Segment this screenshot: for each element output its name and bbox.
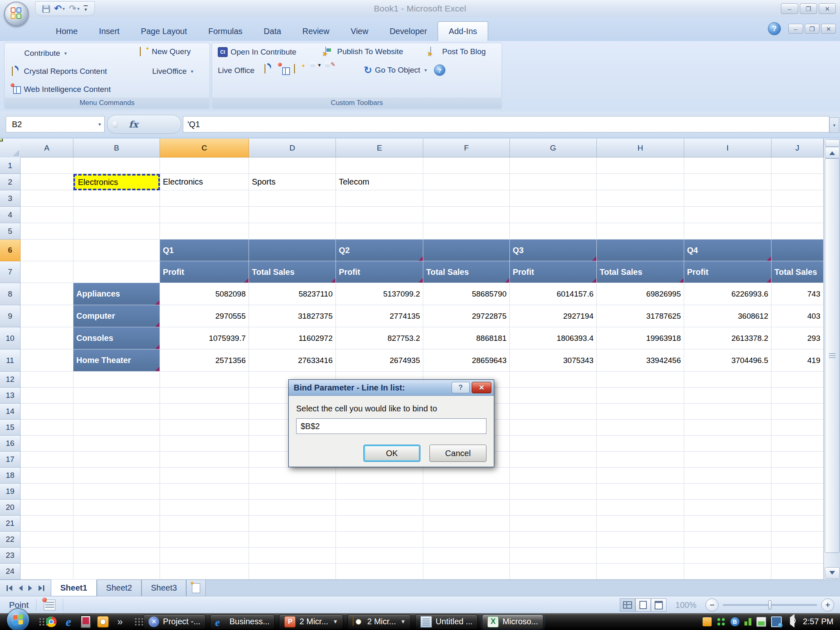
open-in-contribute-button[interactable]: Ct Open In Contribute [218, 47, 297, 57]
cell-B22[interactable] [73, 532, 160, 548]
cell-A16[interactable] [21, 436, 73, 452]
cell-C4[interactable] [160, 207, 249, 223]
cell-H4[interactable] [597, 207, 684, 223]
column-header-J[interactable]: J [772, 139, 824, 158]
insert-worksheet-button[interactable] [186, 580, 206, 596]
cell-B11[interactable]: Home Theater [73, 349, 160, 372]
cell-I16[interactable] [684, 436, 772, 452]
chrome-icon[interactable] [45, 616, 57, 628]
cell-A23[interactable] [21, 548, 73, 564]
cell-I13[interactable] [684, 388, 772, 404]
taskbar-grip[interactable] [135, 618, 137, 625]
cell-C17[interactable] [160, 452, 249, 468]
cell-C10[interactable]: 1075939.7 [160, 327, 249, 349]
cell-A20[interactable] [21, 500, 73, 516]
cell-E10[interactable]: 827753.2 [336, 327, 423, 349]
cell-J20[interactable] [772, 500, 824, 516]
first-sheet-button[interactable] [7, 585, 12, 591]
cell-C24[interactable] [160, 564, 249, 580]
cell-B1[interactable] [73, 158, 160, 174]
cell-E22[interactable] [336, 532, 423, 548]
column-header-I[interactable]: I [684, 139, 772, 158]
cell-B13[interactable] [73, 388, 160, 404]
cell-D1[interactable] [249, 158, 336, 174]
cell-A6[interactable] [21, 240, 73, 261]
cell-B9[interactable]: Computer [73, 305, 160, 327]
taskbar-button-outlook-group[interactable]: 2 Micr... ▼ [347, 614, 411, 629]
cell-A8[interactable] [21, 283, 73, 305]
vertical-split-handle[interactable] [825, 139, 840, 147]
cell-H18[interactable] [597, 468, 684, 484]
row-header-24[interactable]: 24 [0, 564, 21, 580]
cell-J17[interactable] [772, 452, 824, 468]
internet-explorer-icon[interactable]: e [62, 616, 75, 628]
cell-B7[interactable] [73, 261, 160, 283]
cell-F5[interactable] [423, 223, 510, 240]
row-header-17[interactable]: 17 [0, 452, 21, 468]
previous-sheet-button[interactable] [18, 585, 23, 591]
cell-A24[interactable] [21, 564, 73, 580]
cell-C16[interactable] [160, 436, 249, 452]
cell-E23[interactable] [336, 548, 423, 564]
cell-G7[interactable]: Profit [510, 261, 597, 283]
cell-A11[interactable] [21, 349, 73, 372]
cell-H17[interactable] [597, 452, 684, 468]
workbook-restore-button[interactable]: ❒ [805, 24, 819, 34]
cell-G20[interactable] [510, 500, 597, 516]
cell-A5[interactable] [21, 223, 73, 240]
cell-B10[interactable]: Consoles [73, 327, 160, 349]
taskbar-button-powerpoint-group[interactable]: P 2 Micr... ▼ [279, 614, 343, 629]
cell-I22[interactable] [684, 532, 772, 548]
row-header-19[interactable]: 19 [0, 484, 21, 500]
cell-J24[interactable] [772, 564, 824, 580]
cell-E7[interactable]: Profit [336, 261, 423, 283]
cell-B3[interactable] [73, 190, 160, 207]
cell-D5[interactable] [249, 223, 336, 240]
column-header-B[interactable]: B [73, 139, 160, 158]
save-to-repository-icon[interactable]: ▾ [309, 64, 320, 75]
cell-H21[interactable] [597, 516, 684, 532]
cell-J22[interactable] [772, 532, 824, 548]
cell-F20[interactable] [423, 500, 510, 516]
next-sheet-button[interactable] [28, 585, 33, 591]
select-all-corner[interactable] [0, 139, 21, 158]
cell-F4[interactable] [423, 207, 510, 223]
cell-C15[interactable] [160, 420, 249, 436]
bluetooth-icon[interactable]: B [730, 617, 740, 626]
cell-E18[interactable] [336, 468, 423, 484]
normal-view-button[interactable] [620, 598, 635, 612]
tab-page-layout[interactable]: Page Layout [130, 21, 197, 41]
cell-I24[interactable] [684, 564, 772, 580]
cell-J21[interactable] [772, 516, 824, 532]
cell-A15[interactable] [21, 420, 73, 436]
cell-H7[interactable]: Total Sales [597, 261, 684, 283]
cell-F6[interactable] [423, 240, 510, 261]
cell-F1[interactable] [423, 158, 510, 174]
last-sheet-button[interactable] [39, 585, 44, 591]
cell-E8[interactable]: 5137099.2 [336, 283, 423, 305]
cell-G10[interactable]: 1806393.4 [510, 327, 597, 349]
cell-H8[interactable]: 69826995 [597, 283, 684, 305]
cell-F23[interactable] [423, 548, 510, 564]
vertical-scrollbar[interactable] [824, 139, 840, 580]
cell-C18[interactable] [160, 468, 249, 484]
row-header-3[interactable]: 3 [0, 190, 21, 207]
quick-launch-grip[interactable] [39, 618, 41, 625]
cell-E21[interactable] [336, 516, 423, 532]
cell-C7[interactable]: Profit [160, 261, 249, 283]
cell-I6[interactable]: Q4 [684, 240, 772, 261]
row-header-14[interactable]: 14 [0, 404, 21, 420]
cell-H3[interactable] [597, 190, 684, 207]
cell-B24[interactable] [73, 564, 160, 580]
cell-B21[interactable] [73, 516, 160, 532]
column-header-F[interactable]: F [423, 139, 510, 158]
cell-G2[interactable] [510, 174, 597, 190]
cell-F2[interactable] [423, 174, 510, 190]
zoom-slider-thumb[interactable] [768, 600, 772, 609]
cell-D3[interactable] [249, 190, 336, 207]
cell-J1[interactable] [772, 158, 824, 174]
cell-H11[interactable]: 33942456 [597, 349, 684, 372]
scroll-down-button[interactable] [825, 567, 840, 579]
cell-J23[interactable] [772, 548, 824, 564]
cell-H20[interactable] [597, 500, 684, 516]
